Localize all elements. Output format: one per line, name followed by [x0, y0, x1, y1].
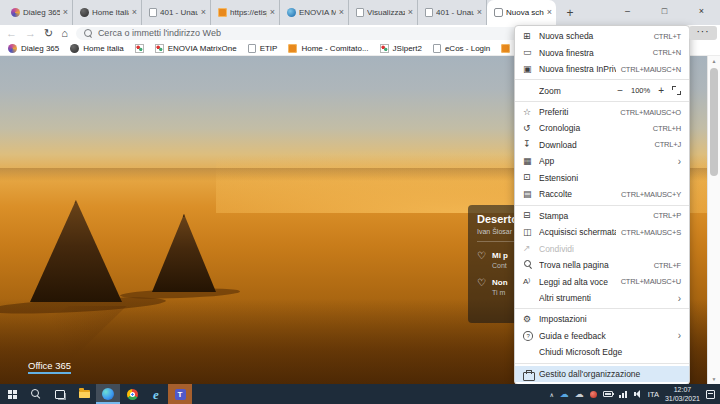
language-indicator[interactable]: ITA: [648, 390, 659, 399]
office-365-link[interactable]: Office 365: [28, 360, 71, 374]
defender-icon[interactable]: [590, 391, 597, 398]
forward-button[interactable]: [25, 28, 36, 39]
menu-item-leggi-ad-alta-voce[interactable]: Leggi ad alta voceCTRL+MAIUSC+U: [515, 273, 689, 289]
new-tab-button[interactable]: [560, 3, 580, 23]
tab-close-icon[interactable]: [63, 8, 68, 17]
start-icon: [8, 390, 17, 399]
menu-item-preferiti[interactable]: PreferitiCTRL+MAIUSC+O: [515, 104, 689, 120]
tab-401-unautho[interactable]: 401 - Unautho...: [418, 0, 487, 25]
bookmark-ecos-login[interactable]: eCos - Login: [433, 44, 490, 53]
taskbar-internet-explorer-button[interactable]: [144, 384, 168, 404]
taskbar-task-view-button[interactable]: [48, 384, 72, 404]
tab-title: Home Italia: [92, 8, 129, 17]
bookmark-dialeg-365[interactable]: Dialeg 365: [8, 44, 59, 53]
menu-item-acquisisci-schermata-web[interactable]: Acquisisci schermata WebCTRL+MAIUSC+S: [515, 224, 689, 240]
zoom-in-button[interactable]: [658, 86, 664, 96]
page-scrollbar[interactable]: ▲ ▼: [707, 56, 720, 384]
cloud-icon[interactable]: [575, 390, 584, 399]
scrollbar-thumb[interactable]: [710, 68, 718, 176]
dark-globe-favicon-icon: [70, 44, 79, 53]
menu-item-download[interactable]: DownloadCTRL+J: [515, 137, 689, 153]
bookmark-jsipert2[interactable]: JSipert2: [380, 44, 422, 53]
tab-visualizzazion[interactable]: Visualizzazion...: [349, 0, 418, 25]
menu-item-raccolte[interactable]: RaccolteCTRL+MAIUSC+Y: [515, 186, 689, 202]
menu-item-nuova-scheda[interactable]: Nuova schedaCTRL+T: [515, 28, 689, 44]
menu-item-label: Gestito dall'organizzazione: [539, 369, 681, 379]
close-window-button[interactable]: ×: [683, 0, 720, 22]
menu-item-nuova-finestra-inprivate[interactable]: Nuova finestra InPrivateCTRL+MAIUSC+N: [515, 61, 689, 77]
tab-close-icon[interactable]: [132, 8, 137, 17]
scrollbar-up-icon[interactable]: ▲: [708, 56, 720, 66]
bookmark-home-italia[interactable]: Home Italia: [70, 44, 123, 53]
menu-item-impostazioni[interactable]: Impostazioni: [515, 311, 689, 327]
tab-title: Visualizzazion...: [367, 8, 405, 17]
tab-close-icon[interactable]: [547, 8, 552, 17]
battery-icon[interactable]: [603, 391, 613, 397]
tab-close-icon[interactable]: [270, 8, 275, 17]
menu-item-trova-nella-pagina[interactable]: Trova nella paginaCTRL+F: [515, 257, 689, 273]
menu-item-estensioni[interactable]: Estensioni: [515, 170, 689, 186]
image-placeholder-favicon-icon: [135, 44, 144, 53]
tab-close-icon[interactable]: [477, 8, 482, 17]
home-button[interactable]: [61, 28, 68, 39]
volume-icon[interactable]: [634, 390, 642, 398]
tab-401-unauth[interactable]: 401 - Unauth...: [142, 0, 211, 25]
menu-item-cronologia[interactable]: CronologiaCTRL+H: [515, 120, 689, 136]
dark-globe-favicon-icon: [80, 8, 89, 17]
tab-home-italia[interactable]: Home Italia: [73, 0, 142, 25]
menu-item-nuova-finestra[interactable]: Nuova finestraCTRL+N: [515, 44, 689, 60]
like-heart-icon: [477, 251, 486, 261]
apps-icon: [523, 157, 539, 166]
refresh-button[interactable]: [44, 28, 53, 39]
menu-item-altri-strumenti[interactable]: Altri strumenti: [515, 290, 689, 306]
taskbar-chrome-button[interactable]: [120, 384, 144, 404]
tab-enovia-matr[interactable]: ENOVIA Matr...: [280, 0, 349, 25]
onedrive-icon[interactable]: [560, 390, 569, 399]
scrollbar-down-icon[interactable]: ▼: [708, 374, 720, 384]
menu-separator: [515, 79, 689, 80]
action-center-icon[interactable]: [706, 390, 715, 399]
tab-dialeg-365[interactable]: Dialeg 365: [4, 0, 73, 25]
menu-item-stampa[interactable]: StampaCTRL+P: [515, 208, 689, 224]
hidden-icons-icon[interactable]: [549, 391, 553, 398]
like-sublabel: Cont: [492, 262, 508, 269]
taskbar-teams-button[interactable]: [168, 384, 192, 404]
menu-item-guida-e-feedback[interactable]: Guida e feedback: [515, 328, 689, 344]
back-button[interactable]: [6, 28, 17, 39]
tab-close-icon[interactable]: [408, 8, 413, 17]
bookmark-label: ETIP: [260, 44, 278, 53]
tab-title: 401 - Unautho...: [436, 8, 474, 17]
document-favicon-icon: [356, 8, 364, 17]
settings-and-more-button[interactable]: [689, 26, 717, 40]
tab-https-etispro[interactable]: https://etispro: [211, 0, 280, 25]
tab-nuova-scheda[interactable]: Nuova scheda: [487, 0, 556, 25]
maximize-window-button[interactable]: □: [646, 0, 683, 22]
network-icon[interactable]: [619, 391, 628, 398]
bookmark-home-comitato[interactable]: Home - Comitato...: [288, 44, 368, 53]
menu-item-gestito-dall-organizzazione[interactable]: Gestito dall'organizzazione: [515, 366, 689, 382]
help-icon: [523, 331, 539, 341]
bookmark-etip[interactable]: ETIP: [248, 44, 278, 53]
straw-hut-large: [30, 200, 122, 302]
bookmark-label: Home - Comitato...: [301, 44, 368, 53]
fullscreen-icon[interactable]: [672, 86, 681, 95]
minimize-window-button[interactable]: –: [609, 0, 646, 22]
taskbar-file-explorer-button[interactable]: [72, 384, 96, 404]
taskbar-search-button[interactable]: [24, 384, 48, 404]
tab-close-icon[interactable]: [339, 8, 344, 17]
taskbar-edge-button[interactable]: [96, 384, 120, 404]
zoom-out-button[interactable]: [617, 86, 623, 96]
menu-item-app[interactable]: App: [515, 153, 689, 169]
menu-separator: [515, 308, 689, 309]
tab-close-icon[interactable]: [201, 8, 206, 17]
menu-item-zoom[interactable]: Zoom100%: [515, 82, 689, 98]
bookmark-icon-only[interactable]: [135, 44, 144, 53]
menu-item-label: Condividi: [539, 244, 681, 254]
bookmark-enovia-matrixone[interactable]: ENOVIA MatrixOne: [155, 44, 237, 53]
taskbar-clock[interactable]: 12:07 31/03/2021: [665, 385, 700, 403]
menu-item-chiudi-microsoft-edge[interactable]: Chiudi Microsoft Edge: [515, 344, 689, 360]
taskbar-start-button[interactable]: [0, 384, 24, 404]
desktop-screen: Dialeg 365Home Italia401 - Unauth...http…: [0, 0, 720, 404]
orange-app-favicon-icon: [501, 44, 510, 53]
menu-shortcut: CTRL+P: [653, 211, 681, 220]
